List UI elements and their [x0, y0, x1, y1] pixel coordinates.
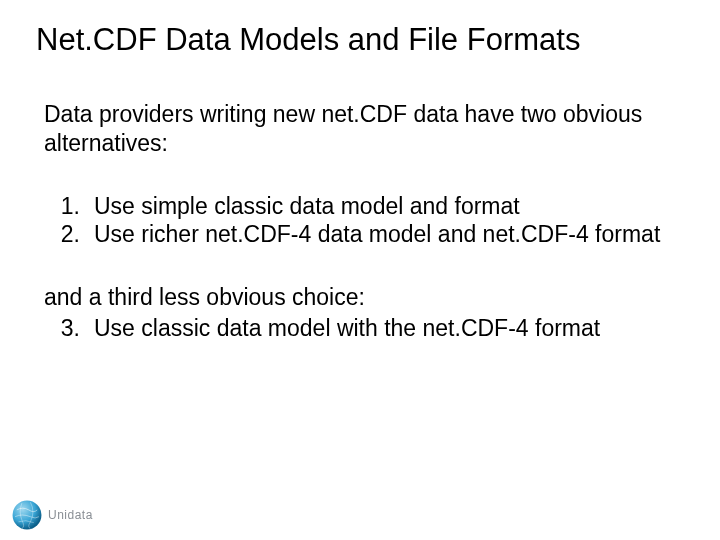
list-item-1: 1. Use simple classic data model and for… [44, 192, 676, 221]
brand-logo: Unidata [10, 498, 93, 532]
list-item-2: 2. Use richer net.CDF-4 data model and n… [44, 220, 676, 249]
list-text-3: Use classic data model with the net.CDF-… [94, 314, 676, 343]
intro-paragraph: Data providers writing new net.CDF data … [44, 100, 676, 158]
list-text-1: Use simple classic data model and format [94, 192, 676, 221]
slide-title: Net.CDF Data Models and File Formats [36, 22, 676, 58]
svg-point-0 [13, 501, 42, 530]
list-number-1: 1. [44, 192, 94, 221]
list-text-2: Use richer net.CDF-4 data model and net.… [94, 220, 676, 249]
list-number-2: 2. [44, 220, 94, 249]
list-item-3: 3. Use classic data model with the net.C… [44, 314, 676, 343]
slide: Net.CDF Data Models and File Formats Dat… [0, 0, 720, 540]
globe-icon [10, 498, 44, 532]
third-intro: and a third less obvious choice: [44, 283, 676, 312]
alternatives-list: 1. Use simple classic data model and for… [44, 192, 676, 250]
list-number-3: 3. [44, 314, 94, 343]
logo-text: Unidata [48, 508, 93, 522]
